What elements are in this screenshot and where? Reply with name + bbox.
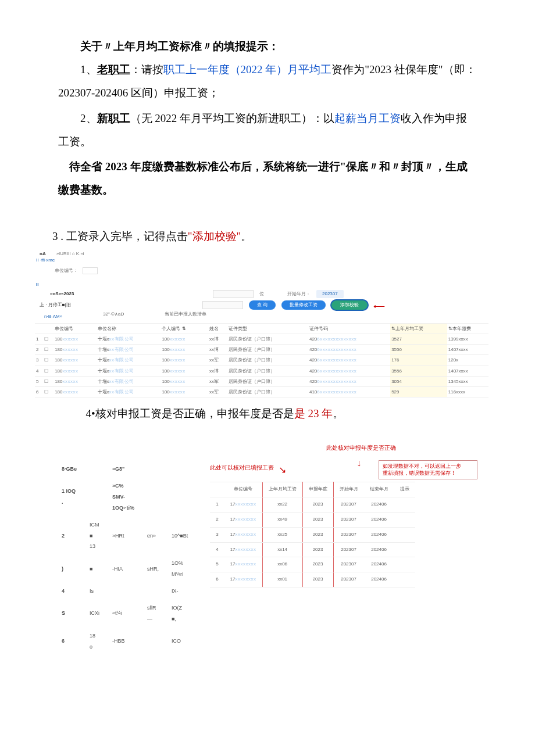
lt51: ICXi [87,600,109,627]
lt30: ) [59,556,86,582]
cell: 1345xxxx [447,376,488,386]
table-row: 117xxxxxxxxxx222023202307202406 [210,497,415,513]
s1-left2: 上 · 月停工■|旧 [40,302,121,308]
cell: 十堰xxx有限公司 [97,355,161,366]
lt41: Is [87,583,109,599]
para-3: 待全省 2023 年度缴费基数标准公布后，系统将统一进行"保底〃和〃封顶〃，生成… [58,155,477,202]
cell: 120x [447,355,488,366]
cell: 4206xxxxxxxxxxxxxx [308,355,390,366]
cell: 100xxxxxx [160,355,204,366]
lt60: 6 [59,628,86,655]
cell: 十堰xxx有限公司 [97,387,161,397]
annotation-top: 此处核对申报年度是否正确 [326,444,396,452]
cell: 100xxxxxx [160,376,204,386]
cell: 100xxxxxx [160,334,204,345]
p1a: 1、 [80,63,97,76]
s1-unit-input[interactable] [83,267,98,274]
batch-edit-button[interactable]: 批量修改工资 [281,300,326,310]
lt10: 1 IOQ . [59,478,86,516]
cell: 十堰xxx有限公司 [97,334,161,345]
p2a: 2、 [80,112,97,124]
cell [204,366,208,376]
cell: 居民身份证（户口簿） [227,355,308,366]
s1-unit-label: 单位编号： [55,267,78,274]
table-row: 1☐180xxxxxx十堰xxx有限公司100xxxxxxxx博居民身份证（户口… [35,334,488,345]
s1-topleft: nA [40,250,46,257]
table-row: 6☐180xxxxxx十堰xxx有限公司100xxxxxxxx军居民身份证（户口… [35,387,488,397]
cell: xx06 [262,557,302,572]
table-row: 617xxxxxxxxxx012023202307202406 [210,572,415,587]
p5a: 4•核对申报工资是否正确，申报年度是否是 [86,407,294,420]
cell[interactable]: ☐ [43,366,54,376]
cell: 2 [35,345,43,355]
lt40: 4 [59,583,86,599]
lt52: «t¼i [110,600,144,627]
table-row: 3☐180xxxxxx十堰xxx有限公司100xxxxxxxx军居民身份证（户口… [35,355,488,366]
t2h5: 结束年月 [364,482,394,497]
cell: 202307 [333,542,364,557]
cell: 4206xxxxxxxxxxxxxx [308,376,390,386]
lt33: sHR, [145,556,168,582]
cell: 6 [210,572,224,587]
cell: 202406 [364,542,394,557]
s1-sub2: 32"·©∧aD [103,311,124,320]
lt54: IO(Z ■, [169,600,197,627]
table-row: 417xxxxxxxxxx142023202307202406 [210,542,415,557]
p4b: "添加校验" [188,230,241,242]
query-button[interactable]: 查 询 [249,300,276,310]
cell: 3556 [390,345,447,355]
t2h3: 申报年度 [302,482,333,497]
callout-line-a: 如发现数据不对，可以返回上一步 [383,463,473,470]
cell [204,355,208,366]
t1h6: 姓名 [208,323,227,334]
cell: 202307 [333,572,364,587]
cell: 2023 [302,513,333,528]
cell: 2023 [302,572,333,587]
cell[interactable]: ☐ [43,355,54,366]
cell[interactable]: ☐ [43,345,54,355]
s1-sub3: 当前已申报人数清单 [165,311,206,320]
cell: 1 [35,334,43,345]
lt34: 1O% M¼rI [169,556,197,582]
cell: 100xxxxxx [160,345,204,355]
cell: 3054 [390,376,447,386]
annotation-left: 此处可以核对已填报工资 [210,460,280,471]
cell: 17xxxxxxxx [224,542,262,557]
lt62: -HBB [110,628,144,655]
t2h0 [210,482,224,497]
table-2: 单位编号 上年月均工资 申报年度 开始年月 结束年月 提示 117xxxxxxx… [210,482,415,587]
cell: 202307 [333,497,364,513]
t2h6: 提示 [394,482,415,497]
s1-input-b[interactable] [202,301,243,309]
cell: 十堰xxx有限公司 [97,345,161,355]
cell: 180xxxxxx [54,334,96,345]
lt64: ICO [169,628,197,655]
cell [394,497,415,513]
cell: 180xxxxxx [54,355,96,366]
screenshot-1: nA »IURIII ⌂ K.«i II ·ffi·xme 单位编号： II »… [35,250,488,397]
cell: xx49 [262,513,302,528]
cell: 3 [35,355,43,366]
cell: 202406 [364,497,394,513]
para-1: 1、老职工：请按职工上一年度（2022 年）月平均工资作为"2023 社保年度"… [58,58,477,105]
cell: 17xxxxxxxx [224,572,262,587]
cell: 居民身份证（户口簿） [227,366,308,376]
s1-topright: »IURIII ⌂ K.«i [56,250,84,257]
cell: xx博 [208,334,227,345]
s1-sub1: n·B-AM» [40,313,62,320]
add-validate-button[interactable]: 添加校验 [331,300,368,310]
para-2: 2、新职工（无 2022 年月平均工资的新进职工）：以起薪当月工资收入作为申报工… [58,107,477,153]
t1h1 [43,323,54,334]
t2h4: 开始年月 [333,482,364,497]
t1h8: 证件号码 [308,323,390,334]
cell[interactable]: ☐ [43,387,54,397]
cell: 1407xxxx [447,366,488,376]
cell: 17xxxxxxxx [224,557,262,572]
s1-input-a[interactable] [213,290,254,298]
cell: 居民身份证（户口簿） [227,376,308,386]
s1-start-val[interactable]: 202307 [316,290,344,298]
cell[interactable]: ☐ [43,376,54,386]
p5c: 。 [333,407,344,420]
cell[interactable]: ☐ [43,334,54,345]
p1c: ：请按 [130,63,163,76]
